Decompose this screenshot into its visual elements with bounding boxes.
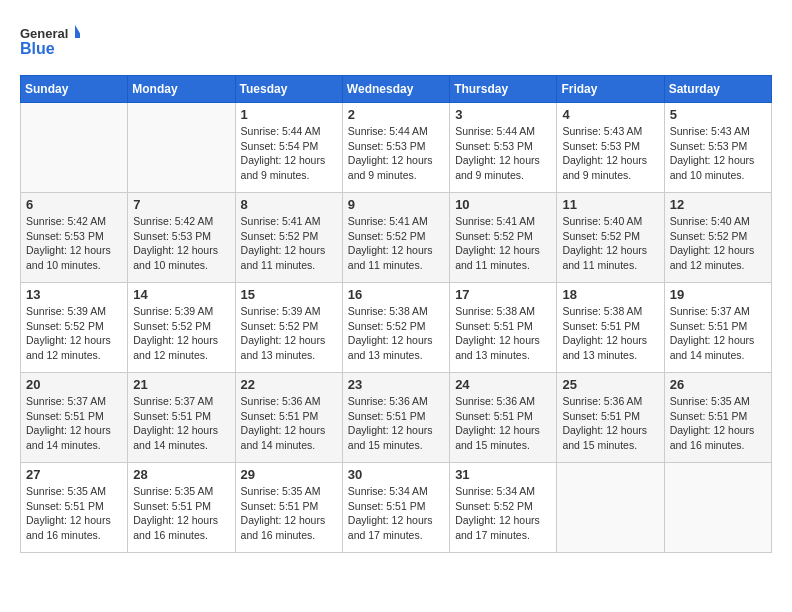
day-info: Sunrise: 5:43 AMSunset: 5:53 PMDaylight:…: [670, 124, 766, 183]
weekday-header-monday: Monday: [128, 76, 235, 103]
calendar-cell: 31Sunrise: 5:34 AMSunset: 5:52 PMDayligh…: [450, 463, 557, 553]
day-number: 28: [133, 467, 229, 482]
day-number: 17: [455, 287, 551, 302]
weekday-header-wednesday: Wednesday: [342, 76, 449, 103]
calendar-cell: 24Sunrise: 5:36 AMSunset: 5:51 PMDayligh…: [450, 373, 557, 463]
day-number: 11: [562, 197, 658, 212]
day-number: 5: [670, 107, 766, 122]
weekday-header-thursday: Thursday: [450, 76, 557, 103]
calendar-header: SundayMondayTuesdayWednesdayThursdayFrid…: [21, 76, 772, 103]
weekday-header-tuesday: Tuesday: [235, 76, 342, 103]
calendar-cell: 10Sunrise: 5:41 AMSunset: 5:52 PMDayligh…: [450, 193, 557, 283]
day-number: 31: [455, 467, 551, 482]
day-info: Sunrise: 5:41 AMSunset: 5:52 PMDaylight:…: [348, 214, 444, 273]
weekday-header-saturday: Saturday: [664, 76, 771, 103]
day-number: 26: [670, 377, 766, 392]
calendar-cell: 18Sunrise: 5:38 AMSunset: 5:51 PMDayligh…: [557, 283, 664, 373]
day-number: 6: [26, 197, 122, 212]
calendar-cell: 17Sunrise: 5:38 AMSunset: 5:51 PMDayligh…: [450, 283, 557, 373]
logo: General Blue: [20, 20, 80, 65]
calendar-cell: 7Sunrise: 5:42 AMSunset: 5:53 PMDaylight…: [128, 193, 235, 283]
svg-marker-2: [75, 25, 80, 38]
day-info: Sunrise: 5:38 AMSunset: 5:51 PMDaylight:…: [455, 304, 551, 363]
day-number: 14: [133, 287, 229, 302]
day-number: 22: [241, 377, 337, 392]
day-number: 9: [348, 197, 444, 212]
calendar-cell: 27Sunrise: 5:35 AMSunset: 5:51 PMDayligh…: [21, 463, 128, 553]
day-info: Sunrise: 5:44 AMSunset: 5:54 PMDaylight:…: [241, 124, 337, 183]
day-info: Sunrise: 5:36 AMSunset: 5:51 PMDaylight:…: [348, 394, 444, 453]
calendar-cell: 6Sunrise: 5:42 AMSunset: 5:53 PMDaylight…: [21, 193, 128, 283]
day-info: Sunrise: 5:43 AMSunset: 5:53 PMDaylight:…: [562, 124, 658, 183]
day-number: 27: [26, 467, 122, 482]
day-info: Sunrise: 5:36 AMSunset: 5:51 PMDaylight:…: [455, 394, 551, 453]
day-number: 1: [241, 107, 337, 122]
calendar-cell: 30Sunrise: 5:34 AMSunset: 5:51 PMDayligh…: [342, 463, 449, 553]
calendar-cell: 23Sunrise: 5:36 AMSunset: 5:51 PMDayligh…: [342, 373, 449, 463]
calendar-cell: 22Sunrise: 5:36 AMSunset: 5:51 PMDayligh…: [235, 373, 342, 463]
day-info: Sunrise: 5:39 AMSunset: 5:52 PMDaylight:…: [133, 304, 229, 363]
calendar-cell: 11Sunrise: 5:40 AMSunset: 5:52 PMDayligh…: [557, 193, 664, 283]
day-info: Sunrise: 5:41 AMSunset: 5:52 PMDaylight:…: [455, 214, 551, 273]
day-info: Sunrise: 5:37 AMSunset: 5:51 PMDaylight:…: [133, 394, 229, 453]
day-number: 4: [562, 107, 658, 122]
day-info: Sunrise: 5:36 AMSunset: 5:51 PMDaylight:…: [241, 394, 337, 453]
day-number: 30: [348, 467, 444, 482]
calendar-cell: 12Sunrise: 5:40 AMSunset: 5:52 PMDayligh…: [664, 193, 771, 283]
calendar-cell: 25Sunrise: 5:36 AMSunset: 5:51 PMDayligh…: [557, 373, 664, 463]
calendar-week-1: 1Sunrise: 5:44 AMSunset: 5:54 PMDaylight…: [21, 103, 772, 193]
day-info: Sunrise: 5:44 AMSunset: 5:53 PMDaylight:…: [455, 124, 551, 183]
day-info: Sunrise: 5:35 AMSunset: 5:51 PMDaylight:…: [26, 484, 122, 543]
day-info: Sunrise: 5:42 AMSunset: 5:53 PMDaylight:…: [133, 214, 229, 273]
calendar-cell: 14Sunrise: 5:39 AMSunset: 5:52 PMDayligh…: [128, 283, 235, 373]
day-info: Sunrise: 5:39 AMSunset: 5:52 PMDaylight:…: [241, 304, 337, 363]
calendar-cell: 13Sunrise: 5:39 AMSunset: 5:52 PMDayligh…: [21, 283, 128, 373]
day-info: Sunrise: 5:34 AMSunset: 5:52 PMDaylight:…: [455, 484, 551, 543]
calendar-cell: 15Sunrise: 5:39 AMSunset: 5:52 PMDayligh…: [235, 283, 342, 373]
day-number: 20: [26, 377, 122, 392]
day-number: 19: [670, 287, 766, 302]
weekday-header-friday: Friday: [557, 76, 664, 103]
day-number: 24: [455, 377, 551, 392]
calendar-cell: [128, 103, 235, 193]
calendar-cell: 29Sunrise: 5:35 AMSunset: 5:51 PMDayligh…: [235, 463, 342, 553]
day-number: 10: [455, 197, 551, 212]
day-number: 16: [348, 287, 444, 302]
calendar-week-4: 20Sunrise: 5:37 AMSunset: 5:51 PMDayligh…: [21, 373, 772, 463]
weekday-header-sunday: Sunday: [21, 76, 128, 103]
day-number: 25: [562, 377, 658, 392]
logo-svg: General Blue: [20, 20, 80, 65]
calendar-cell: [664, 463, 771, 553]
day-number: 2: [348, 107, 444, 122]
day-info: Sunrise: 5:39 AMSunset: 5:52 PMDaylight:…: [26, 304, 122, 363]
calendar-cell: 3Sunrise: 5:44 AMSunset: 5:53 PMDaylight…: [450, 103, 557, 193]
day-info: Sunrise: 5:37 AMSunset: 5:51 PMDaylight:…: [670, 304, 766, 363]
day-number: 7: [133, 197, 229, 212]
day-info: Sunrise: 5:41 AMSunset: 5:52 PMDaylight:…: [241, 214, 337, 273]
svg-text:General: General: [20, 26, 68, 41]
calendar-cell: 28Sunrise: 5:35 AMSunset: 5:51 PMDayligh…: [128, 463, 235, 553]
day-number: 3: [455, 107, 551, 122]
day-info: Sunrise: 5:40 AMSunset: 5:52 PMDaylight:…: [670, 214, 766, 273]
day-number: 23: [348, 377, 444, 392]
day-number: 12: [670, 197, 766, 212]
day-info: Sunrise: 5:37 AMSunset: 5:51 PMDaylight:…: [26, 394, 122, 453]
calendar-week-2: 6Sunrise: 5:42 AMSunset: 5:53 PMDaylight…: [21, 193, 772, 283]
day-info: Sunrise: 5:34 AMSunset: 5:51 PMDaylight:…: [348, 484, 444, 543]
calendar-cell: [21, 103, 128, 193]
calendar-cell: 21Sunrise: 5:37 AMSunset: 5:51 PMDayligh…: [128, 373, 235, 463]
calendar-cell: 16Sunrise: 5:38 AMSunset: 5:52 PMDayligh…: [342, 283, 449, 373]
day-number: 29: [241, 467, 337, 482]
calendar-cell: 2Sunrise: 5:44 AMSunset: 5:53 PMDaylight…: [342, 103, 449, 193]
calendar-table: SundayMondayTuesdayWednesdayThursdayFrid…: [20, 75, 772, 553]
calendar-cell: [557, 463, 664, 553]
calendar-cell: 8Sunrise: 5:41 AMSunset: 5:52 PMDaylight…: [235, 193, 342, 283]
day-info: Sunrise: 5:36 AMSunset: 5:51 PMDaylight:…: [562, 394, 658, 453]
calendar-cell: 19Sunrise: 5:37 AMSunset: 5:51 PMDayligh…: [664, 283, 771, 373]
calendar-week-5: 27Sunrise: 5:35 AMSunset: 5:51 PMDayligh…: [21, 463, 772, 553]
day-info: Sunrise: 5:40 AMSunset: 5:52 PMDaylight:…: [562, 214, 658, 273]
day-number: 13: [26, 287, 122, 302]
day-number: 21: [133, 377, 229, 392]
day-info: Sunrise: 5:35 AMSunset: 5:51 PMDaylight:…: [670, 394, 766, 453]
day-info: Sunrise: 5:42 AMSunset: 5:53 PMDaylight:…: [26, 214, 122, 273]
